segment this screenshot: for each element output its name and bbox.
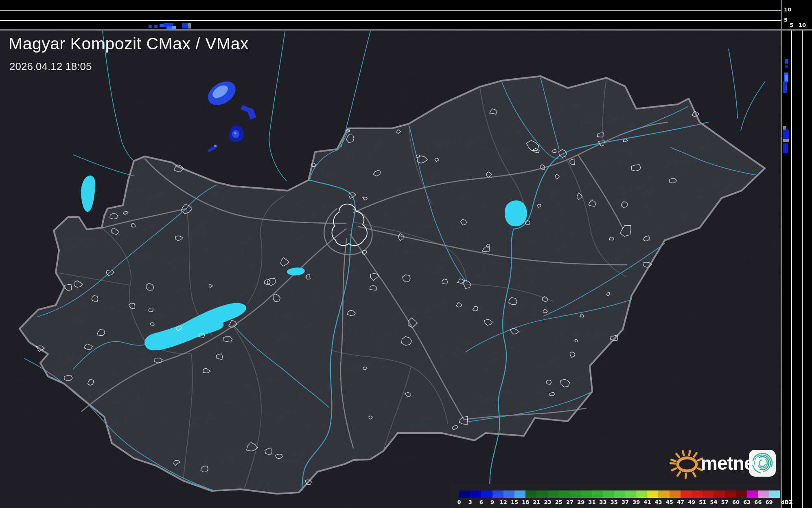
- colorbar-swatch: [703, 490, 714, 498]
- echo-cell: [160, 24, 164, 27]
- colorbar-unit: dBZ: [781, 499, 793, 505]
- colorbar-swatch: [503, 490, 514, 498]
- colorbar-swatch: [647, 490, 658, 498]
- echo-cell: [785, 59, 788, 64]
- colorbar-swatch: [603, 490, 614, 498]
- colorbar-tick: 47: [677, 499, 684, 505]
- map-top-frame-line: [0, 29, 812, 31]
- colorbar-swatch: [714, 490, 724, 498]
- lake: [505, 200, 527, 226]
- echo-cell: [172, 26, 176, 29]
- dbz-colorbar: 0369121518212325272931333537394143454749…: [451, 484, 781, 508]
- colorbar-tick: 35: [611, 499, 618, 505]
- radar-map: [0, 31, 781, 508]
- colorbar-swatch: [614, 490, 625, 498]
- radar-echo: [214, 145, 217, 147]
- colorbar-swatch: [470, 490, 481, 498]
- echo-cell: [188, 26, 191, 29]
- axis-label: 5: [784, 17, 788, 22]
- metnet-logo-text: metnet: [701, 452, 760, 474]
- colorbar-swatch: [681, 490, 692, 498]
- colorbar-tick: 41: [643, 499, 651, 505]
- colorbar-swatch: [725, 490, 736, 498]
- axis-label: 10: [799, 22, 806, 28]
- colorbar-tick: 31: [588, 499, 595, 505]
- colorbar-tick: 49: [688, 499, 695, 505]
- colorbar-tick: 9: [490, 499, 494, 505]
- colorbar-tick: 69: [766, 499, 773, 505]
- echo-cell: [785, 65, 788, 68]
- colorbar-tick: 57: [721, 499, 729, 505]
- altitude-gridline: [791, 31, 792, 508]
- colorbar-tick: 43: [655, 499, 662, 505]
- colorbar-tick: 21: [533, 499, 540, 505]
- colorbar-tick: 45: [666, 499, 673, 505]
- radar-echo: [234, 132, 236, 134]
- colorbar-tick: 12: [500, 499, 507, 505]
- timestamp: 2026.04.12 18:05: [9, 60, 92, 73]
- colorbar-swatch: [636, 490, 647, 498]
- top-altitude-strip: [0, 0, 781, 29]
- colorbar-tick: 66: [754, 499, 762, 505]
- axis-corner: 105510: [782, 0, 812, 29]
- colorbar-swatch: [559, 490, 570, 498]
- colorbar-tick: 15: [511, 499, 518, 505]
- echo-cell: [785, 75, 788, 81]
- colorbar-tick: 63: [743, 499, 751, 505]
- colorbar-swatch: [581, 490, 592, 498]
- colorbar-tick: 23: [544, 499, 552, 505]
- colorbar-swatch: [736, 490, 747, 498]
- colorbar-tick: 51: [699, 499, 706, 505]
- colorbar-swatch: [570, 490, 581, 498]
- page-title: Magyar Kompozit CMax / VMax: [9, 34, 249, 53]
- colorbar-swatch: [536, 490, 547, 498]
- colorbar-tick: 29: [577, 499, 584, 505]
- colorbar-tick: 60: [732, 499, 740, 505]
- axis-label: 5: [790, 22, 793, 28]
- altitude-gridline: [0, 20, 781, 21]
- colorbar-swatch: [492, 490, 503, 498]
- colorbar-tick: 27: [566, 499, 573, 505]
- metnet-sun-icon: [670, 451, 702, 478]
- echo-cell: [149, 25, 152, 28]
- echo-cell: [154, 25, 158, 28]
- colorbar-swatch: [747, 490, 758, 498]
- colorbar-tick: 3: [468, 499, 472, 505]
- colorbar-tick: 54: [710, 499, 718, 505]
- colorbar-swatches: [459, 490, 780, 498]
- colorbar-tick: 37: [622, 499, 629, 505]
- colorbar-tick: 18: [522, 499, 529, 505]
- right-altitude-strip: [782, 31, 812, 508]
- echo-cell: [783, 130, 789, 139]
- colorbar-swatch: [625, 490, 636, 498]
- echo-cell: [783, 143, 788, 153]
- metnet-logo: metnet: [670, 445, 779, 480]
- colorbar-swatch: [769, 490, 780, 498]
- colorbar-tick: 33: [600, 499, 607, 505]
- colorbar-swatch: [670, 490, 681, 498]
- echo-cell: [783, 139, 789, 142]
- colorbar-tick: 6: [479, 499, 483, 505]
- echo-cell: [783, 81, 787, 93]
- echo-cell: [783, 126, 786, 130]
- altitude-gridline: [802, 31, 803, 508]
- colorbar-swatch: [658, 490, 669, 498]
- colorbar-swatch: [459, 490, 470, 498]
- altitude-gridline: [0, 10, 781, 11]
- axis-label: 10: [784, 7, 791, 12]
- colorbar-swatch: [481, 490, 492, 498]
- colorbar-swatch: [548, 490, 559, 498]
- colorbar-tick: 39: [633, 499, 640, 505]
- colorbar-swatch: [592, 490, 603, 498]
- colorbar-swatch: [692, 490, 703, 498]
- colorbar-swatch: [525, 490, 536, 498]
- colorbar-swatch: [758, 490, 769, 498]
- colorbar-tick: 25: [555, 499, 562, 505]
- colorbar-tick: 0: [457, 499, 461, 505]
- hungary-map-svg: [0, 31, 781, 508]
- colorbar-swatch: [514, 490, 525, 498]
- map-right-frame-line: [781, 0, 782, 508]
